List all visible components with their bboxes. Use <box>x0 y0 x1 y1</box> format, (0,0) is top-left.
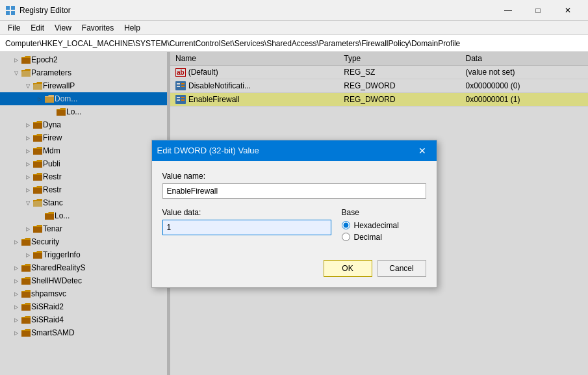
svg-rect-3 <box>11 11 15 15</box>
menu-view[interactable]: View <box>49 22 77 34</box>
dialog-footer: OK Cancel <box>152 255 437 287</box>
base-label: Base <box>342 208 426 217</box>
ok-button[interactable]: OK <box>324 260 372 277</box>
menu-edit[interactable]: Edit <box>25 22 49 34</box>
cancel-button[interactable]: Cancel <box>377 260 426 277</box>
value-data-input[interactable] <box>162 220 331 235</box>
dialog-title: Edit DWORD (32-bit) Value <box>157 146 413 155</box>
address-path: Computer\HKEY_LOCAL_MACHINE\SYSTEM\Curre… <box>3 38 463 49</box>
edit-dword-dialog: Edit DWORD (32-bit) Value ✕ Value name: … <box>151 140 437 288</box>
menu-bar: File Edit View Favorites Help <box>0 21 588 35</box>
decimal-radio[interactable] <box>342 233 350 241</box>
modal-overlay: Edit DWORD (32-bit) Value ✕ Value name: … <box>0 52 588 375</box>
menu-help[interactable]: Help <box>119 22 146 34</box>
dialog-title-bar: Edit DWORD (32-bit) Value ✕ <box>152 140 437 161</box>
base-section: Base Hexadecimal Decimal <box>342 208 426 244</box>
dialog-body: Value name: Value data: Base Hexadecimal <box>152 161 437 255</box>
hexadecimal-label: Hexadecimal <box>354 221 399 230</box>
value-name-label: Value name: <box>162 172 426 181</box>
close-button[interactable]: ✕ <box>553 0 583 21</box>
svg-rect-1 <box>11 6 15 10</box>
minimize-button[interactable]: — <box>493 0 523 21</box>
radio-hexadecimal[interactable]: Hexadecimal <box>342 221 426 230</box>
main-area: ▷ Epoch2 ▽ Parameters ▽ FirewallP ▷ <box>0 52 588 375</box>
value-name-input[interactable] <box>162 183 426 199</box>
address-bar: Computer\HKEY_LOCAL_MACHINE\SYSTEM\Curre… <box>0 35 588 52</box>
value-data-label: Value data: <box>162 208 331 217</box>
app-title: Registry Editor <box>19 6 493 15</box>
svg-rect-2 <box>6 11 10 15</box>
app-icon <box>5 5 16 16</box>
radio-decimal[interactable]: Decimal <box>342 233 426 242</box>
dialog-row: Value data: Base Hexadecimal Decimal <box>162 208 426 244</box>
title-bar: Registry Editor — □ ✕ <box>0 0 588 21</box>
svg-rect-0 <box>6 6 10 10</box>
maximize-button[interactable]: □ <box>523 0 553 21</box>
menu-favorites[interactable]: Favorites <box>77 22 119 34</box>
decimal-label: Decimal <box>354 233 382 242</box>
window-controls: — □ ✕ <box>493 0 583 21</box>
hexadecimal-radio[interactable] <box>342 221 350 229</box>
value-section: Value data: <box>162 208 331 244</box>
menu-file[interactable]: File <box>3 22 25 34</box>
dialog-close-button[interactable]: ✕ <box>413 142 431 160</box>
